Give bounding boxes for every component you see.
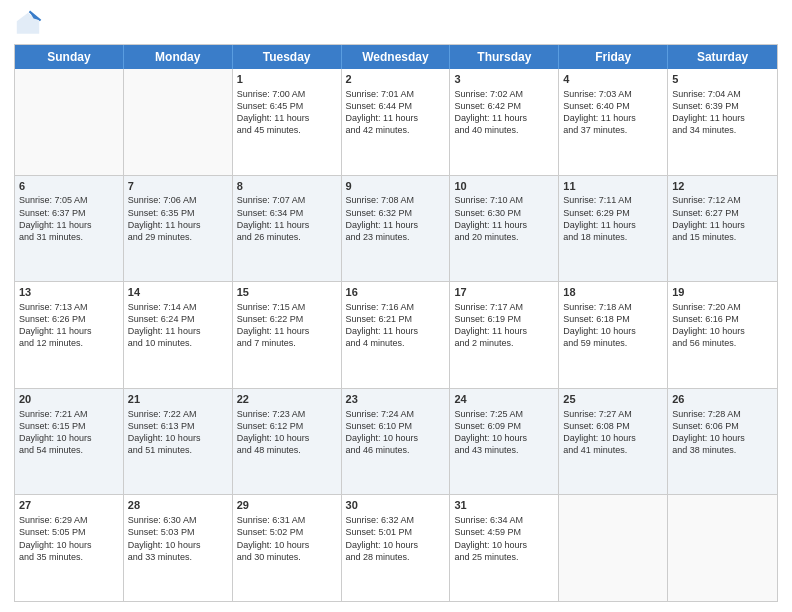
cell-info: Sunrise: 7:27 AM Sunset: 6:08 PM Dayligh… <box>563 408 663 457</box>
day-number: 17 <box>454 285 554 300</box>
cell-info: Sunrise: 7:05 AM Sunset: 6:37 PM Dayligh… <box>19 194 119 243</box>
cell-info: Sunrise: 7:18 AM Sunset: 6:18 PM Dayligh… <box>563 301 663 350</box>
day-number: 10 <box>454 179 554 194</box>
calendar-cell: 25Sunrise: 7:27 AM Sunset: 6:08 PM Dayli… <box>559 389 668 495</box>
cell-info: Sunrise: 7:10 AM Sunset: 6:30 PM Dayligh… <box>454 194 554 243</box>
cell-info: Sunrise: 7:28 AM Sunset: 6:06 PM Dayligh… <box>672 408 773 457</box>
day-number: 12 <box>672 179 773 194</box>
cell-info: Sunrise: 7:02 AM Sunset: 6:42 PM Dayligh… <box>454 88 554 137</box>
calendar-cell: 12Sunrise: 7:12 AM Sunset: 6:27 PM Dayli… <box>668 176 777 282</box>
calendar-cell <box>124 69 233 175</box>
day-number: 29 <box>237 498 337 513</box>
day-number: 23 <box>346 392 446 407</box>
calendar-cell: 9Sunrise: 7:08 AM Sunset: 6:32 PM Daylig… <box>342 176 451 282</box>
calendar-cell: 13Sunrise: 7:13 AM Sunset: 6:26 PM Dayli… <box>15 282 124 388</box>
day-number: 1 <box>237 72 337 87</box>
cell-info: Sunrise: 7:13 AM Sunset: 6:26 PM Dayligh… <box>19 301 119 350</box>
day-number: 16 <box>346 285 446 300</box>
day-number: 25 <box>563 392 663 407</box>
calendar-cell: 18Sunrise: 7:18 AM Sunset: 6:18 PM Dayli… <box>559 282 668 388</box>
calendar-cell: 6Sunrise: 7:05 AM Sunset: 6:37 PM Daylig… <box>15 176 124 282</box>
calendar-cell: 31Sunrise: 6:34 AM Sunset: 4:59 PM Dayli… <box>450 495 559 601</box>
day-number: 15 <box>237 285 337 300</box>
day-number: 24 <box>454 392 554 407</box>
day-number: 3 <box>454 72 554 87</box>
day-number: 20 <box>19 392 119 407</box>
calendar-cell: 2Sunrise: 7:01 AM Sunset: 6:44 PM Daylig… <box>342 69 451 175</box>
calendar-row-1: 1Sunrise: 7:00 AM Sunset: 6:45 PM Daylig… <box>15 69 777 176</box>
cell-info: Sunrise: 7:15 AM Sunset: 6:22 PM Dayligh… <box>237 301 337 350</box>
day-number: 31 <box>454 498 554 513</box>
cell-info: Sunrise: 7:14 AM Sunset: 6:24 PM Dayligh… <box>128 301 228 350</box>
day-number: 28 <box>128 498 228 513</box>
cell-info: Sunrise: 7:07 AM Sunset: 6:34 PM Dayligh… <box>237 194 337 243</box>
day-number: 19 <box>672 285 773 300</box>
cell-info: Sunrise: 7:23 AM Sunset: 6:12 PM Dayligh… <box>237 408 337 457</box>
day-number: 27 <box>19 498 119 513</box>
calendar-cell <box>15 69 124 175</box>
cell-info: Sunrise: 7:08 AM Sunset: 6:32 PM Dayligh… <box>346 194 446 243</box>
calendar-cell: 29Sunrise: 6:31 AM Sunset: 5:02 PM Dayli… <box>233 495 342 601</box>
calendar-cell: 21Sunrise: 7:22 AM Sunset: 6:13 PM Dayli… <box>124 389 233 495</box>
cell-info: Sunrise: 7:11 AM Sunset: 6:29 PM Dayligh… <box>563 194 663 243</box>
header <box>14 10 778 38</box>
page: SundayMondayTuesdayWednesdayThursdayFrid… <box>0 0 792 612</box>
calendar-cell: 14Sunrise: 7:14 AM Sunset: 6:24 PM Dayli… <box>124 282 233 388</box>
calendar-cell: 27Sunrise: 6:29 AM Sunset: 5:05 PM Dayli… <box>15 495 124 601</box>
calendar-row-4: 20Sunrise: 7:21 AM Sunset: 6:15 PM Dayli… <box>15 389 777 496</box>
calendar-cell: 15Sunrise: 7:15 AM Sunset: 6:22 PM Dayli… <box>233 282 342 388</box>
day-number: 7 <box>128 179 228 194</box>
cell-info: Sunrise: 7:21 AM Sunset: 6:15 PM Dayligh… <box>19 408 119 457</box>
cell-info: Sunrise: 6:30 AM Sunset: 5:03 PM Dayligh… <box>128 514 228 563</box>
calendar-cell <box>668 495 777 601</box>
calendar-cell: 11Sunrise: 7:11 AM Sunset: 6:29 PM Dayli… <box>559 176 668 282</box>
calendar-cell: 28Sunrise: 6:30 AM Sunset: 5:03 PM Dayli… <box>124 495 233 601</box>
cell-info: Sunrise: 7:22 AM Sunset: 6:13 PM Dayligh… <box>128 408 228 457</box>
cell-info: Sunrise: 6:31 AM Sunset: 5:02 PM Dayligh… <box>237 514 337 563</box>
day-number: 8 <box>237 179 337 194</box>
cell-info: Sunrise: 7:00 AM Sunset: 6:45 PM Dayligh… <box>237 88 337 137</box>
header-day-thursday: Thursday <box>450 45 559 69</box>
cell-info: Sunrise: 6:34 AM Sunset: 4:59 PM Dayligh… <box>454 514 554 563</box>
header-day-sunday: Sunday <box>15 45 124 69</box>
calendar-cell: 5Sunrise: 7:04 AM Sunset: 6:39 PM Daylig… <box>668 69 777 175</box>
calendar-cell: 4Sunrise: 7:03 AM Sunset: 6:40 PM Daylig… <box>559 69 668 175</box>
calendar-cell: 22Sunrise: 7:23 AM Sunset: 6:12 PM Dayli… <box>233 389 342 495</box>
day-number: 22 <box>237 392 337 407</box>
calendar-row-5: 27Sunrise: 6:29 AM Sunset: 5:05 PM Dayli… <box>15 495 777 601</box>
calendar-cell: 19Sunrise: 7:20 AM Sunset: 6:16 PM Dayli… <box>668 282 777 388</box>
calendar-cell: 3Sunrise: 7:02 AM Sunset: 6:42 PM Daylig… <box>450 69 559 175</box>
calendar-cell: 20Sunrise: 7:21 AM Sunset: 6:15 PM Dayli… <box>15 389 124 495</box>
header-day-saturday: Saturday <box>668 45 777 69</box>
day-number: 9 <box>346 179 446 194</box>
calendar-body: 1Sunrise: 7:00 AM Sunset: 6:45 PM Daylig… <box>15 69 777 601</box>
cell-info: Sunrise: 7:17 AM Sunset: 6:19 PM Dayligh… <box>454 301 554 350</box>
calendar-cell: 1Sunrise: 7:00 AM Sunset: 6:45 PM Daylig… <box>233 69 342 175</box>
calendar-cell: 24Sunrise: 7:25 AM Sunset: 6:09 PM Dayli… <box>450 389 559 495</box>
cell-info: Sunrise: 7:24 AM Sunset: 6:10 PM Dayligh… <box>346 408 446 457</box>
day-number: 6 <box>19 179 119 194</box>
cell-info: Sunrise: 7:06 AM Sunset: 6:35 PM Dayligh… <box>128 194 228 243</box>
calendar-header: SundayMondayTuesdayWednesdayThursdayFrid… <box>15 45 777 69</box>
cell-info: Sunrise: 7:20 AM Sunset: 6:16 PM Dayligh… <box>672 301 773 350</box>
calendar-cell: 30Sunrise: 6:32 AM Sunset: 5:01 PM Dayli… <box>342 495 451 601</box>
day-number: 18 <box>563 285 663 300</box>
cell-info: Sunrise: 7:03 AM Sunset: 6:40 PM Dayligh… <box>563 88 663 137</box>
header-day-wednesday: Wednesday <box>342 45 451 69</box>
cell-info: Sunrise: 7:01 AM Sunset: 6:44 PM Dayligh… <box>346 88 446 137</box>
cell-info: Sunrise: 7:25 AM Sunset: 6:09 PM Dayligh… <box>454 408 554 457</box>
day-number: 4 <box>563 72 663 87</box>
day-number: 26 <box>672 392 773 407</box>
cell-info: Sunrise: 6:29 AM Sunset: 5:05 PM Dayligh… <box>19 514 119 563</box>
cell-info: Sunrise: 6:32 AM Sunset: 5:01 PM Dayligh… <box>346 514 446 563</box>
cell-info: Sunrise: 7:04 AM Sunset: 6:39 PM Dayligh… <box>672 88 773 137</box>
calendar-cell <box>559 495 668 601</box>
header-day-friday: Friday <box>559 45 668 69</box>
day-number: 30 <box>346 498 446 513</box>
header-day-monday: Monday <box>124 45 233 69</box>
day-number: 5 <box>672 72 773 87</box>
calendar-cell: 7Sunrise: 7:06 AM Sunset: 6:35 PM Daylig… <box>124 176 233 282</box>
logo <box>14 10 46 38</box>
day-number: 2 <box>346 72 446 87</box>
day-number: 21 <box>128 392 228 407</box>
